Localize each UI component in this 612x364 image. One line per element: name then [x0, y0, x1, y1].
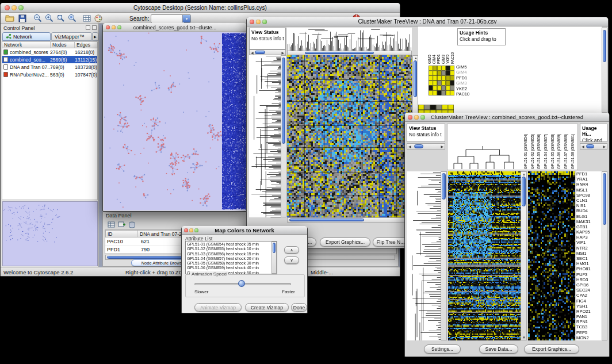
heatmap-zoom-canvas[interactable] — [528, 171, 575, 340]
row-dendrogram-vscrollbar[interactable] — [441, 171, 447, 340]
column-label: GPL51-03 (GSM856) — [537, 124, 544, 169]
gene-label[interactable]: RPO21 — [576, 309, 602, 314]
treeview-button-export-graphics-[interactable]: Export Graphics... — [524, 344, 579, 354]
gene-label[interactable]: CPA2 — [576, 293, 602, 298]
column-label: GPL51-07 (GSM860) — [564, 124, 571, 169]
gene-label-list: PFD1YRA1RNR4MSL1SPC98CLN1NIS1BUD4ELG1MAK… — [576, 171, 602, 340]
usage-hints-title: Usage Hi... — [580, 124, 607, 137]
view-status-panel: View Status No status info t — [407, 124, 445, 142]
gene-label[interactable]: PEP5 — [576, 330, 602, 335]
gene-list-vscrollbar[interactable] — [602, 171, 607, 340]
heatmap-global-canvas[interactable] — [448, 171, 521, 340]
gene-label[interactable]: MAK31 — [576, 219, 602, 224]
scrollbar-thumb[interactable] — [414, 144, 423, 148]
gene-label[interactable]: RPN1 — [576, 319, 602, 324]
gene-label[interactable]: NTR2 — [576, 246, 602, 251]
column-dendrogram-canvas[interactable] — [448, 144, 521, 169]
column-label: GPL51-01 (GSM854) — [523, 124, 530, 169]
gene-label[interactable]: HAP3 — [576, 235, 602, 240]
scrollbar-thumb[interactable] — [586, 144, 594, 148]
gene-label[interactable]: VIP1 — [576, 240, 602, 245]
column-label: GPL51-08 (GSM861) — [571, 124, 577, 169]
gene-label[interactable]: PFD1 — [576, 171, 602, 177]
status-hscrollbar[interactable]: ◀▶ — [407, 143, 445, 150]
gene-label[interactable]: PAN1 — [576, 314, 602, 319]
gene-label[interactable]: PHO81 — [576, 266, 602, 271]
gene-label[interactable]: YRA1 — [576, 177, 602, 182]
view-status-text: No status info t — [407, 131, 445, 137]
gene-label[interactable]: FIG4 — [576, 298, 602, 304]
desktop: Cytoscape Desktop (Session Name: collins… — [0, 0, 612, 364]
gene-label[interactable]: MON2 — [576, 335, 602, 340]
usage-hints-panel: Usage Hi... Click and... — [580, 124, 607, 142]
gene-label[interactable]: GTB1 — [576, 224, 602, 229]
gene-label[interactable]: HMG1 — [576, 261, 602, 266]
column-label: GPL51-06 (GSM859) — [557, 124, 564, 169]
gene-label[interactable]: NIS1 — [576, 203, 602, 208]
gene-label[interactable]: HRD3 — [576, 277, 602, 282]
gene-label[interactable]: RNR4 — [576, 182, 602, 187]
gene-label[interactable]: SEC24 — [576, 288, 602, 293]
heatmap-vscrollbar[interactable]: ▲▼ — [521, 171, 527, 340]
gene-label[interactable]: CLN1 — [576, 198, 602, 203]
gene-label[interactable]: TCB3 — [576, 324, 602, 329]
gene-label[interactable]: BUD4 — [576, 208, 602, 213]
column-label: GPL51-05 (GSM858) — [550, 124, 557, 169]
treeview-combined-title: ClusterMaker TreeView : combined_scores_… — [431, 114, 583, 120]
usage-hints-text: Click and... — [580, 137, 607, 142]
gene-label[interactable]: MSI1 — [576, 251, 602, 256]
row-dendrogram-canvas[interactable] — [407, 171, 441, 340]
scrollbar-thumb[interactable] — [522, 177, 526, 206]
gene-label[interactable]: ELG1 — [576, 214, 602, 219]
gene-label[interactable]: PUF3 — [576, 272, 602, 277]
column-label: GPL51-04 (GSM857) — [544, 124, 550, 169]
scrollbar-thumb[interactable] — [442, 173, 446, 200]
gene-label[interactable]: MSL1 — [576, 187, 602, 193]
minimize-button[interactable] — [414, 115, 419, 120]
gene-label[interactable]: KAP95 — [576, 229, 602, 235]
hints-hscrollbar[interactable]: ◀▶ — [580, 143, 607, 150]
treeview-button-settings-[interactable]: Settings... — [424, 344, 461, 354]
column-label: GPL51-02 (GSM855) — [530, 124, 537, 169]
gene-label[interactable]: GPI16 — [576, 282, 602, 288]
view-status-title: View Status — [407, 124, 445, 131]
gene-label[interactable]: SEC1 — [576, 256, 602, 261]
scrollbar-thumb[interactable] — [603, 173, 606, 225]
zoom-button[interactable] — [420, 115, 425, 120]
close-button[interactable] — [408, 115, 412, 120]
treeview-button-save-data-[interactable]: Save Data... — [479, 344, 518, 354]
gene-label[interactable]: YSH1 — [576, 304, 602, 309]
gene-label[interactable]: SPC98 — [576, 193, 602, 198]
treeview-combined-titlebar[interactable]: ClusterMaker TreeView : combined_scores_… — [405, 113, 609, 122]
column-labels: GPL51-01 (GSM854)GPL51-02 (GSM855)GPL51-… — [523, 124, 577, 169]
